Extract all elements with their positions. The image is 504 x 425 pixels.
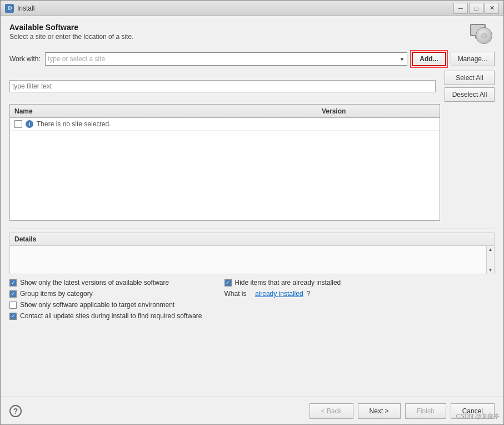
column-version-header: Version — [317, 107, 440, 115]
page-subtitle: Select a site or enter the location of a… — [9, 33, 133, 41]
table-header: Name Version — [10, 105, 440, 118]
checkbox-hide-installed[interactable]: ✓ — [224, 279, 232, 286]
header-icon — [468, 23, 495, 45]
option-what-is-installed: What is already installed ? — [224, 290, 341, 298]
scroll-down-icon[interactable]: ▼ — [488, 268, 493, 273]
content-area: Available Software Select a site or ente… — [1, 16, 503, 397]
next-button[interactable]: Next > — [358, 403, 401, 419]
checkbox-contact-update-sites[interactable]: ✓ — [9, 313, 17, 320]
info-icon: i — [26, 120, 33, 128]
site-dropdown[interactable]: type or select a site ▼ — [45, 52, 408, 66]
row-text: There is no site selected. — [37, 120, 111, 128]
cd-icon — [470, 24, 492, 44]
what-is-label: What is — [224, 290, 247, 298]
install-window: ⚙ Install ─ □ ✕ Available Software Selec… — [0, 0, 504, 425]
header-section: Available Software Select a site or ente… — [9, 23, 495, 45]
deselect-all-button[interactable]: Deselect All — [445, 87, 495, 102]
separator-1 — [9, 229, 495, 229]
option-group-by-category-label: Group items by category — [20, 290, 93, 298]
details-scrollbar[interactable]: ▲ ▼ — [486, 246, 494, 274]
option-contact-update-sites: ✓ Contact all update sites during instal… — [9, 312, 202, 320]
already-installed-link[interactable]: already installed — [255, 290, 303, 298]
options-section: ✓ Show only the latest versions of avail… — [9, 279, 495, 320]
details-header: Details — [10, 233, 494, 246]
filter-row: Select All Deselect All — [9, 71, 495, 102]
option-contact-update-sites-label: Contact all update sites during install … — [20, 312, 202, 320]
details-content — [10, 246, 486, 274]
window-title: Install — [17, 4, 453, 12]
site-dropdown-placeholder: type or select a site — [48, 55, 105, 63]
help-icon[interactable]: ? — [9, 405, 22, 417]
dropdown-arrow-icon: ▼ — [399, 56, 405, 62]
option-latest-versions-label: Show only the latest versions of availab… — [20, 279, 169, 286]
finish-button[interactable]: Finish — [405, 403, 446, 419]
table-row: i There is no site selected. — [10, 118, 440, 131]
what-is-suffix: ? — [307, 290, 311, 298]
back-button[interactable]: < Back — [310, 403, 353, 419]
row-checkbox[interactable] — [14, 120, 22, 128]
select-all-button[interactable]: Select All — [445, 71, 495, 85]
filter-input[interactable] — [9, 80, 436, 92]
spacer — [9, 324, 495, 390]
minimize-button[interactable]: ─ — [453, 3, 468, 14]
option-target-environment-label: Show only software applicable to target … — [20, 301, 174, 309]
checkbox-latest-versions[interactable]: ✓ — [9, 279, 17, 286]
table-body: i There is no site selected. — [10, 118, 440, 220]
page-title: Available Software — [9, 23, 133, 32]
checkbox-group-by-category[interactable]: ✓ — [9, 290, 17, 298]
window-icon: ⚙ — [5, 4, 14, 13]
bottom-bar: ? < Back Next > Finish Cancel — [1, 397, 503, 424]
right-padding — [440, 104, 495, 221]
checkbox-target-environment[interactable]: ✓ — [9, 302, 17, 309]
table-and-buttons: Name Version i There is no site selected… — [9, 104, 495, 221]
option-latest-versions: ✓ Show only the latest versions of avail… — [9, 279, 202, 286]
option-group-by-category: ✓ Group items by category — [9, 290, 202, 298]
title-bar-buttons: ─ □ ✕ — [453, 3, 499, 14]
manage-button[interactable]: Manage... — [451, 52, 495, 66]
options-left: ✓ Show only the latest versions of avail… — [9, 279, 202, 320]
option-hide-installed-label: Hide items that are already installed — [235, 279, 341, 286]
header-text: Available Software Select a site or ente… — [9, 23, 133, 41]
work-with-row: Work with: type or select a site ▼ Add..… — [9, 52, 495, 66]
options-right: ✓ Hide items that are already installed … — [224, 279, 341, 320]
details-body: ▲ ▼ — [10, 246, 494, 274]
watermark: CSDN @龙俊亭 — [456, 412, 500, 421]
option-hide-installed: ✓ Hide items that are already installed — [224, 279, 341, 286]
add-button[interactable]: Add... — [412, 52, 446, 66]
filter-and-table-area: Select All Deselect All Name Version i — [9, 71, 495, 225]
column-name-header: Name — [10, 107, 317, 115]
option-target-environment: ✓ Show only software applicable to targe… — [9, 301, 202, 309]
side-buttons: Select All Deselect All — [445, 71, 495, 102]
software-table: Name Version i There is no site selected… — [9, 104, 440, 221]
work-with-label: Work with: — [9, 55, 41, 63]
scroll-up-icon[interactable]: ▲ — [488, 247, 493, 252]
maximize-button[interactable]: □ — [469, 3, 483, 14]
details-section: Details ▲ ▼ — [9, 233, 495, 274]
title-bar: ⚙ Install ─ □ ✕ — [1, 1, 503, 16]
cd-disc — [476, 27, 492, 44]
close-button[interactable]: ✕ — [485, 3, 499, 14]
